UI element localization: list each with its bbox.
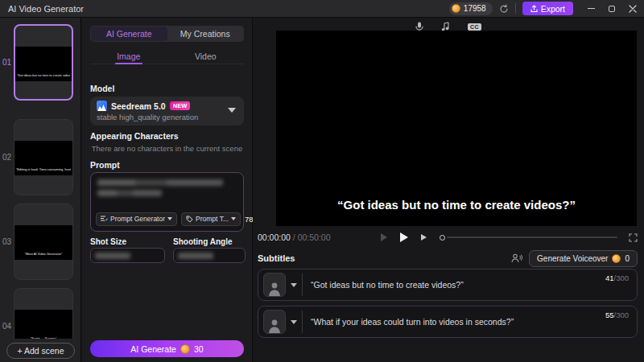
minimize-button[interactable]	[586, 4, 596, 14]
scene-thumbnail-card[interactable]: “Editing is hard: Time-consuming, frustr…	[14, 119, 73, 195]
playback-controls: 00:00:00 / 00:50:00	[258, 230, 638, 245]
characters-empty-text: There are no characters in the current s…	[90, 144, 244, 153]
seek-slider[interactable]	[440, 235, 617, 241]
seedream-logo-icon	[97, 101, 107, 111]
coin-icon	[612, 254, 621, 263]
scene-caption: “Got ideas but no time to create videos?…	[17, 73, 71, 77]
prompt-generator-button[interactable]: Prompt Generator	[96, 212, 177, 226]
generate-voiceover-label: Generate Voiceover	[537, 254, 608, 263]
subtitles-header: Subtitles Generate Voiceover 0	[258, 249, 638, 267]
panel-tabs: AI Generate My Creations	[90, 26, 244, 42]
subtitle-char-counter: 41/300	[605, 274, 629, 282]
shooting-angle-input[interactable]	[173, 248, 246, 263]
refresh-icon[interactable]	[499, 4, 509, 14]
voice-dropdown-icon[interactable]	[291, 283, 297, 287]
prompt-text-redacted	[97, 179, 223, 186]
scene-item-02: 02 “Editing is hard: Time-consuming, fru…	[0, 119, 81, 195]
timecode: 00:00:00 / 00:50:00	[258, 232, 331, 242]
add-scene-button[interactable]: + Add scene	[6, 343, 74, 359]
export-icon	[530, 5, 538, 13]
generation-panel: AI Generate My Creations Image Video Mod…	[82, 18, 253, 362]
app-title: AI Video Generator	[8, 4, 84, 14]
subtitle-text[interactable]: “Got ideas but no time to create videos?…	[311, 280, 632, 290]
new-badge: NEW	[170, 101, 191, 110]
ai-generate-button[interactable]: AI Generate 30	[90, 340, 244, 357]
voice-settings-icon[interactable]	[511, 253, 522, 263]
row-divider	[302, 274, 303, 296]
model-name: Seedream 5.0	[111, 101, 166, 111]
model-selected: Seedream 5.0 NEW	[97, 101, 237, 111]
ai-video-generator-window: AI Video Generator 17958 Export	[0, 0, 644, 362]
prompt-generator-label: Prompt Generator	[110, 215, 165, 223]
tab-my-creations[interactable]: My Creations	[167, 27, 244, 41]
shooting-angle-label: Shooting Angle	[173, 237, 233, 246]
tag-icon	[186, 216, 193, 223]
scene-thumbnail-card[interactable]: “Got ideas but no time to create videos?…	[14, 24, 73, 101]
voiceover-cost: 0	[625, 254, 630, 263]
scene-number: 02	[2, 153, 11, 162]
person-icon	[266, 280, 283, 296]
titlebar-divider	[515, 3, 516, 14]
subtitle-char-counter: 55/300	[605, 311, 629, 319]
window-controls	[586, 4, 638, 14]
shot-size-input[interactable]	[90, 248, 165, 263]
chevron-down-icon	[228, 108, 236, 113]
credits-count: 17958	[464, 4, 486, 13]
model-subtitle: stable high_quality generation	[97, 113, 237, 121]
list-edit-icon	[101, 216, 108, 222]
preview-panel: CC “Got ideas but no time to create vide…	[253, 18, 644, 362]
ai-generate-cost: 30	[194, 344, 204, 354]
scene-number: 01	[2, 58, 11, 67]
subtitle-row: “What if your ideas could turn into vide…	[258, 306, 638, 338]
appearing-characters-label: Appearing Characters	[90, 131, 179, 141]
subtab-image[interactable]: Image	[90, 48, 167, 64]
shot-size-label: Shot Size	[90, 237, 126, 246]
credits-badge[interactable]: 17958	[449, 2, 493, 15]
close-icon	[629, 5, 637, 13]
model-label: Model	[90, 84, 114, 93]
tab-ai-generate[interactable]: AI Generate	[91, 27, 167, 41]
voice-avatar[interactable]	[263, 273, 286, 297]
export-button[interactable]: Export	[522, 2, 573, 15]
minimize-icon	[588, 8, 595, 10]
scene-thumbnail: “Editing is hard: Time-consuming, frustr…	[14, 141, 72, 175]
close-button[interactable]	[628, 4, 638, 14]
titlebar-actions: 17958 Export	[449, 2, 644, 15]
coin-icon	[452, 4, 460, 13]
chevron-down-icon	[231, 217, 236, 220]
media-type-tabs: Image Video	[90, 48, 244, 64]
subtab-video[interactable]: Video	[167, 48, 245, 64]
scene-thumbnail-card[interactable]: “Meet AI Video Generator”	[14, 204, 73, 280]
voice-avatar[interactable]	[263, 310, 286, 334]
transport-buttons	[381, 232, 427, 242]
prompt-input[interactable]: Prompt Generator Prompt T... 78/2000	[90, 172, 244, 232]
seek-knob[interactable]	[440, 235, 445, 241]
prompt-templates-label: Prompt T...	[196, 215, 229, 223]
model-dropdown[interactable]: Seedream 5.0 NEW stable high_quality gen…	[90, 97, 244, 125]
generate-voiceover-button[interactable]: Generate Voiceover 0	[529, 250, 638, 267]
export-label: Export	[541, 4, 565, 14]
subtitle-row: “Got ideas but no time to create videos?…	[258, 269, 638, 301]
shot-size-value-redacted	[95, 253, 130, 259]
prompt-toolbar: Prompt Generator Prompt T... 78/2000	[96, 212, 237, 226]
subtitles-cc-icon[interactable]: CC	[468, 23, 481, 31]
video-preview[interactable]: “Got ideas but no time to create videos?…	[276, 31, 637, 226]
scene-sidebar: 01 “Got ideas but no time to create vide…	[0, 18, 81, 362]
subtitles-heading: Subtitles	[258, 253, 295, 263]
video-subtitle-overlay: “Got ideas but no time to create videos?…	[276, 198, 637, 212]
chevron-down-icon	[167, 217, 172, 220]
prompt-templates-button[interactable]: Prompt T...	[181, 212, 241, 226]
shooting-angle-value-redacted	[178, 253, 213, 259]
scene-thumbnail: “Got ideas but no time to create videos?…	[15, 47, 72, 81]
play-icon[interactable]	[400, 232, 408, 242]
prompt-text-redacted	[97, 190, 162, 196]
voice-dropdown-icon[interactable]	[291, 320, 297, 324]
scene-item-03: 03 “Meet AI Video Generator”	[0, 204, 81, 280]
scene-caption: “Meet AI Video Generator”	[16, 252, 71, 256]
subtitle-text[interactable]: “What if your ideas could turn into vide…	[311, 317, 632, 327]
scene-item-01: 01 “Got ideas but no time to create vide…	[0, 24, 81, 101]
previous-scene-icon[interactable]	[381, 233, 387, 241]
fullscreen-icon[interactable]	[629, 233, 638, 242]
maximize-button[interactable]	[607, 4, 617, 14]
next-scene-icon[interactable]	[421, 234, 427, 241]
